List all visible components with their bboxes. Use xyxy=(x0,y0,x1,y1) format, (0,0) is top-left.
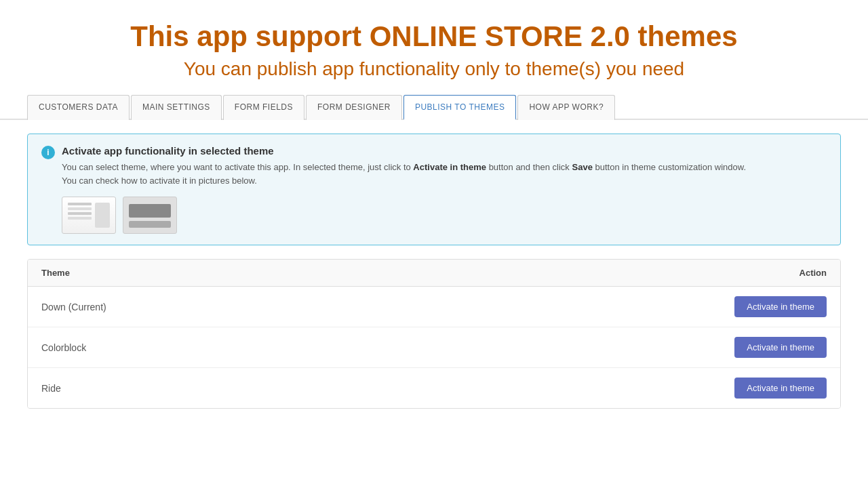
info-text-line2: You can check how to activate it in pict… xyxy=(62,176,257,186)
tabs-nav: CUSTOMERS DATA MAIN SETTINGS FORM FIELDS… xyxy=(0,94,868,120)
info-box: i Activate app functionality in selected… xyxy=(27,134,841,245)
info-box-title: Activate app functionality in selected t… xyxy=(62,145,746,157)
tab-form-designer[interactable]: FORM DESIGNER xyxy=(306,95,402,120)
activate-theme-button-2[interactable]: Activate in theme xyxy=(734,378,827,399)
tab-main-settings[interactable]: MAIN SETTINGS xyxy=(131,95,222,120)
tab-form-fields[interactable]: FORM FIELDS xyxy=(223,95,304,120)
theme-name-0: Down (Current) xyxy=(41,302,106,312)
themes-table: Theme Action Down (Current) Activate in … xyxy=(27,259,841,409)
page-title: This app support ONLINE STORE 2.0 themes xyxy=(27,20,841,53)
thumbnail-2 xyxy=(123,197,177,234)
activate-theme-button-0[interactable]: Activate in theme xyxy=(734,296,827,317)
table-row: Colorblock Activate in theme xyxy=(28,327,840,368)
page-header: This app support ONLINE STORE 2.0 themes… xyxy=(0,0,868,94)
tab-customers-data[interactable]: CUSTOMERS DATA xyxy=(27,95,130,120)
table-header-action: Action xyxy=(800,268,827,278)
info-text-before: You can select theme, where you want to … xyxy=(62,162,413,172)
info-text-middle: button and then click xyxy=(486,162,572,172)
theme-name-1: Colorblock xyxy=(41,342,86,353)
table-header-theme: Theme xyxy=(41,268,70,278)
tab-publish-to-themes[interactable]: PUBLISH TO THEMES xyxy=(403,95,517,120)
info-text-bold1: Activate in theme xyxy=(413,162,486,172)
thumbnail-1 xyxy=(62,197,116,234)
theme-name-2: Ride xyxy=(41,383,61,394)
info-icon: i xyxy=(41,146,55,159)
table-header-row: Theme Action xyxy=(28,260,840,287)
main-content: i Activate app functionality in selected… xyxy=(0,120,868,422)
info-thumbnails xyxy=(62,197,827,234)
info-text-after: button in theme customization window. xyxy=(593,162,746,172)
table-row: Down (Current) Activate in theme xyxy=(28,287,840,327)
info-box-text: You can select theme, where you want to … xyxy=(62,161,746,187)
tab-how-app-work[interactable]: HOW APP WORK? xyxy=(517,95,615,120)
page-subtitle: You can publish app functionality only t… xyxy=(27,58,841,80)
activate-theme-button-1[interactable]: Activate in theme xyxy=(734,337,827,358)
table-row: Ride Activate in theme xyxy=(28,368,840,408)
info-text-bold2: Save xyxy=(572,162,593,172)
